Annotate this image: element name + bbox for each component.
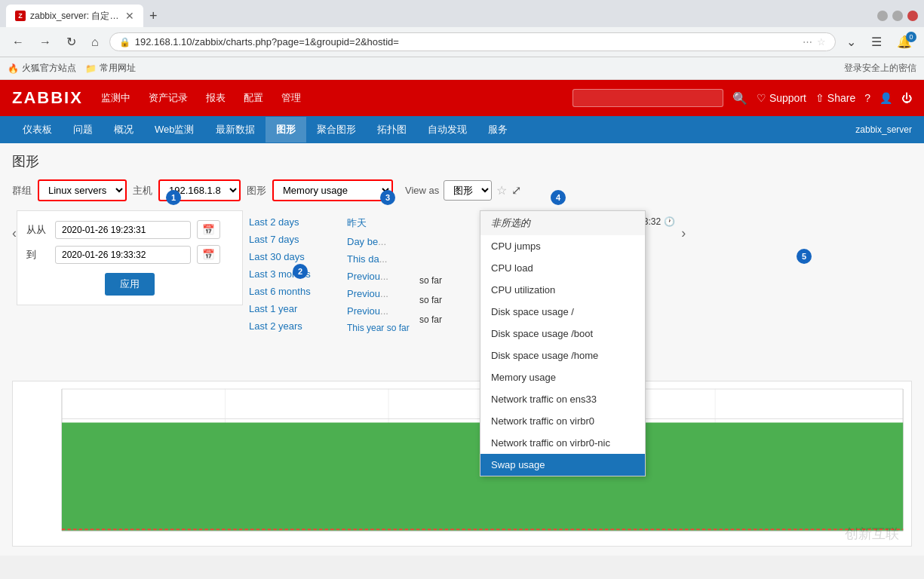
address-bar: 🔒 192.168.1.10/zabbix/charts.php?page=1&… [109,32,836,51]
search-icon[interactable]: 🔍 [732,91,747,106]
dropdown-item-disk-root[interactable]: Disk space usage / [480,301,645,323]
home-button[interactable]: ⌂ [87,32,103,52]
view-as-select[interactable]: 图形 [444,180,492,201]
header-right: 🔍 ♡ Support ⇧ Share ? 👤 ⏻ [573,89,912,107]
subnav-maps[interactable]: 拓扑图 [367,117,417,142]
last-2-years-link[interactable]: Last 2 years [243,317,341,335]
from-label: 从从 [26,223,49,237]
browser-tab[interactable]: Z zabbix_server: 自定义图表 ■ ✕ [6,5,143,27]
time-section: ‹ 从从 📅 到 📅 应用 [12,210,912,372]
next-period-button[interactable]: › [681,225,686,241]
last-6-months-link[interactable]: Last 6 months [243,283,341,300]
dropdown-item-net-virbr0-nic[interactable]: Network traffic on virbr0-nic [480,432,645,454]
subnav-graphs[interactable]: 图形 [266,117,306,142]
dropdown-item-cpu-jumps[interactable]: CPU jumps [480,235,645,257]
annotation-bubble-3: 3 [380,190,395,205]
last-1-year-link[interactable]: Last 1 year [243,300,341,317]
nav-reports[interactable]: 报表 [206,88,226,108]
annotation-bubble-4: 4 [551,190,566,205]
dropdown-item-disk-boot[interactable]: Disk space usage /boot [480,323,645,345]
maximize-button[interactable] [892,11,903,21]
bookmark-label: 火狐官方站点 [22,62,76,75]
menu-button[interactable]: ☰ [867,32,886,52]
bookmark-star[interactable]: ☆ [817,36,826,47]
global-search-input[interactable] [573,89,723,107]
support-link[interactable]: ♡ Support [757,92,806,104]
to-calendar-button[interactable]: 📅 [197,245,220,264]
apply-button[interactable]: 应用 [105,273,155,296]
from-calendar-button[interactable]: 📅 [197,220,220,239]
chart-area: 创新互联 [12,381,912,547]
url-text[interactable]: 192.168.1.10/zabbix/charts.php?page=1&gr… [135,36,798,47]
browser-controls: ← → ↻ ⌂ 🔒 192.168.1.10/zabbix/charts.php… [0,27,924,57]
secure-icon: 🔒 [119,37,130,47]
subnav-dashboard[interactable]: 仪表板 [12,117,63,142]
last-3-months-link[interactable]: Last 3 months [243,265,341,283]
downloads-button[interactable]: ⌄ [842,32,861,52]
dropdown-item-disk-home[interactable]: Disk space usage /home [480,345,645,366]
close-window-button[interactable] [907,11,918,21]
dropdown-header: 非所选的 [480,211,645,235]
bookmark-item-firefox[interactable]: 🔥 火狐官方站点 [8,62,76,75]
last-30-days-link[interactable]: Last 30 days [243,248,341,265]
to-row: 到 📅 [26,245,233,264]
nav-assets[interactable]: 资产记录 [149,88,188,108]
forward-button[interactable]: → [35,32,56,52]
prev-month-link[interactable]: Previou... [341,285,416,302]
favorite-button[interactable]: ☆ [496,183,507,198]
dropdown-item-memory[interactable]: Memory usage [480,366,645,388]
dropdown-item-net-ens33[interactable]: Network traffic on ens33 [480,388,645,410]
day-before-link[interactable]: Day be... [341,233,416,250]
folder-icon: 📁 [85,63,97,74]
bookmarks-bar: 🔥 火狐官方站点 📁 常用网址 登录安全上的密信 [0,57,924,80]
subnav-overview[interactable]: 概况 [103,117,144,142]
annotation-bubble-5: 5 [797,249,812,264]
dropdown-item-cpu-load[interactable]: CPU load [480,257,645,279]
share-link[interactable]: ⇧ Share [815,92,855,104]
this-year-link[interactable]: This year so far [341,320,416,336]
dropdown-item-swap[interactable]: Swap usage [480,454,645,476]
subnav-services[interactable]: 服务 [477,117,518,142]
host-label: 主机 [133,184,152,198]
dropdown-item-net-virbr0[interactable]: Network traffic on virbr0 [480,410,645,432]
group-select[interactable]: Linux servers [38,179,127,201]
subnav-screens[interactable]: 聚合图形 [306,117,367,142]
prev-week-link[interactable]: Previou... [341,268,416,285]
help-icon[interactable]: ? [864,92,870,104]
to-input[interactable] [55,246,191,264]
last-2-days-link[interactable]: Last 2 days [243,213,341,231]
dropdown-item-cpu-util[interactable]: CPU utilization [480,279,645,301]
options-icon: ⋯ [803,36,812,47]
subnav-web[interactable]: Web监测 [144,117,205,142]
bookmark-item-common[interactable]: 📁 常用网址 [85,62,136,75]
subnav-latest[interactable]: 最新数据 [205,117,266,142]
last-7-days-link[interactable]: Last 7 days [243,231,341,248]
tab-close-button[interactable]: ✕ [125,10,134,22]
group-label: 群组 [12,184,32,198]
nav-monitoring[interactable]: 监测中 [101,88,130,108]
yesterday-link[interactable]: 昨天 [341,213,416,233]
bookmark-icon: 🔥 [8,63,19,74]
browser-chrome: Z zabbix_server: 自定义图表 ■ ✕ + ← → ↻ ⌂ 🔒 1… [0,0,924,80]
chart-select[interactable]: Memory usage [272,179,393,201]
from-input[interactable] [55,221,191,239]
so-far-col: so far so far so far [416,210,477,334]
view-as-label: View as [405,185,439,196]
zabbix-main-nav: 监测中 资产记录 报表 配置 管理 [101,88,301,108]
back-button[interactable]: ← [8,32,29,52]
zabbix-app: ZABBIX 监测中 资产记录 报表 配置 管理 🔍 ♡ Support ⇧ S… [0,80,924,556]
nav-admin[interactable]: 管理 [281,88,301,108]
time-range-panel: 从从 📅 到 📅 应用 [17,210,243,305]
page-title: 图形 [12,152,912,170]
subnav-discovery[interactable]: 自动发现 [417,117,477,142]
prev-year-link[interactable]: Previou... [341,302,416,320]
user-icon[interactable]: 👤 [879,92,892,104]
minimize-button[interactable] [877,11,888,21]
new-tab-button[interactable]: + [143,8,164,24]
subnav-problems[interactable]: 问题 [63,117,103,142]
expand-button[interactable]: ⤢ [511,183,521,198]
logout-icon[interactable]: ⏻ [901,92,912,104]
nav-config[interactable]: 配置 [244,88,263,108]
reload-button[interactable]: ↻ [62,32,81,52]
this-day-link[interactable]: This da... [341,250,416,268]
